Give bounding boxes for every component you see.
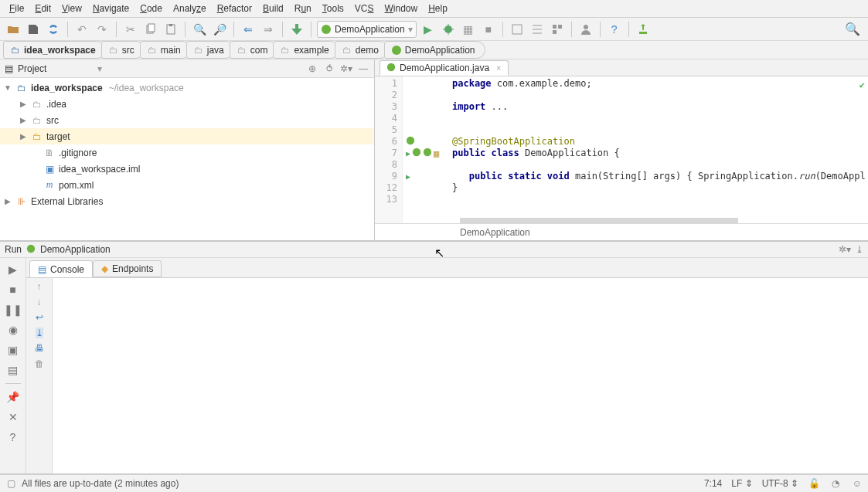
toolwindow-toggle-icon[interactable]: ▢ (5, 477, 17, 490)
layout-icon[interactable]: ▤ (5, 361, 22, 378)
menu-window[interactable]: Window (380, 2, 422, 15)
menu-vcs[interactable]: VCS (350, 2, 379, 15)
tree-external-libs[interactable]: ▶⊪External Libraries (0, 193, 374, 209)
down-icon[interactable]: ↓ (37, 297, 42, 307)
exit-icon[interactable]: ▣ (5, 341, 22, 358)
scroll-end-icon[interactable]: ⤓ (36, 327, 43, 338)
run-config-selector[interactable]: DemoApplication ▾ (317, 21, 417, 38)
run-button[interactable]: ▶ (420, 21, 437, 38)
settings-icon[interactable]: ✲▾ (839, 244, 851, 255)
save-all-icon[interactable] (25, 21, 42, 38)
line-separator[interactable]: LF ⇕ (731, 478, 752, 489)
help-icon[interactable]: ? (5, 429, 22, 446)
menu-view[interactable]: View (57, 2, 87, 15)
chevron-down-icon[interactable]: ▾ (97, 63, 102, 74)
editor-body[interactable]: ✔ 1 2 3 4 5 6 7 8 9 12 13 ▶ (375, 76, 868, 223)
readonly-icon[interactable]: 🔓 (808, 477, 820, 490)
search-everywhere-icon[interactable]: 🔍 (845, 22, 863, 36)
select-opened-icon[interactable]: ⥀ (323, 63, 335, 75)
pin-icon[interactable]: 📌 (5, 389, 22, 405)
clear-icon[interactable]: 🗑 (35, 358, 44, 369)
avatar-icon[interactable] (577, 21, 594, 38)
sync-icon[interactable] (45, 21, 62, 38)
print-icon[interactable]: 🖶 (35, 343, 44, 354)
up-icon[interactable]: ↑ (37, 281, 42, 292)
tab-console[interactable]: ▤ Console (29, 260, 93, 277)
menu-run[interactable]: Run (290, 2, 316, 15)
settings-icon[interactable]: ✲▾ (340, 63, 352, 75)
menu-help[interactable]: Help (424, 2, 452, 15)
run-line-icon[interactable]: ▶ (406, 149, 410, 158)
soft-wrap-icon[interactable]: ↩ (36, 312, 43, 323)
crumb-src[interactable]: 🗀src (101, 41, 145, 59)
crumb-java[interactable]: 🗀java (186, 41, 234, 59)
crumb-example[interactable]: 🗀example (273, 41, 339, 59)
spring-bean-icon[interactable] (423, 148, 432, 159)
stop-button[interactable]: ■ (480, 21, 497, 38)
spring-bean-icon[interactable] (406, 136, 415, 148)
hector-icon[interactable]: ☺ (851, 477, 863, 490)
undo-icon[interactable]: ↶ (73, 21, 90, 38)
tree-node-gitignore[interactable]: 🗎.gitignore (0, 144, 374, 161)
editor-breadcrumb[interactable]: DemoApplication (375, 223, 868, 240)
close-icon[interactable]: ✕ (5, 409, 22, 426)
menu-tools[interactable]: Tools (318, 2, 349, 15)
hide-icon[interactable]: ⤓ (856, 244, 863, 255)
profile-icon[interactable] (509, 21, 526, 38)
menu-build[interactable]: Build (258, 2, 288, 15)
console-output[interactable] (53, 278, 868, 473)
crumb-demo[interactable]: 🗀demo (335, 41, 389, 59)
crumb-main[interactable]: 🗀main (140, 41, 191, 59)
tree-node-target[interactable]: ▶🗀target (0, 128, 374, 144)
tree-node-idea[interactable]: ▶🗀.idea (0, 96, 374, 112)
notifications-icon[interactable]: ◔ (829, 477, 842, 490)
replace-icon[interactable]: 🔎 (211, 21, 228, 38)
tree-node-src[interactable]: ▶🗀src (0, 112, 374, 128)
project-tree[interactable]: ▼ 🗀 idea_workspace ~/idea_workspace ▶🗀.i… (0, 78, 374, 240)
stop-button[interactable]: ■ (5, 281, 22, 298)
open-icon[interactable] (5, 21, 22, 38)
structure2-icon[interactable] (549, 21, 566, 38)
menu-edit[interactable]: Edit (30, 2, 56, 15)
copy-icon[interactable] (142, 21, 159, 38)
paste-icon[interactable] (162, 21, 179, 38)
tree-node-pom[interactable]: mpom.xml (0, 177, 374, 193)
hide-icon[interactable]: — (357, 63, 369, 75)
redo-icon[interactable]: ↷ (94, 21, 111, 38)
help-icon[interactable]: ? (606, 21, 623, 38)
crumb-com[interactable]: 🗀com (230, 41, 278, 59)
run-line-icon[interactable]: ▶ (406, 172, 410, 181)
find-icon[interactable]: 🔍 (191, 21, 208, 38)
rerun-button[interactable]: ▶ (5, 261, 22, 278)
spring-bean-icon[interactable] (412, 148, 421, 159)
menu-code[interactable]: Code (135, 2, 167, 15)
dump-icon[interactable]: ◉ (5, 321, 22, 338)
bean-nav-icon[interactable]: ▦ (434, 148, 439, 159)
pause-icon[interactable]: ❚❚ (5, 301, 22, 318)
collapse-icon[interactable]: ⊕ (306, 63, 318, 75)
caret-position[interactable]: 7:14 (704, 478, 722, 489)
tree-root[interactable]: ▼ 🗀 idea_workspace ~/idea_workspace (0, 80, 374, 96)
crumb-class[interactable]: DemoApplication (384, 41, 485, 59)
code-area[interactable]: package com.example.demo; import ... @Sp… (449, 76, 868, 223)
menu-refactor[interactable]: Refactor (213, 2, 257, 15)
tree-node-iml[interactable]: ▣idea_workspace.iml (0, 161, 374, 177)
editor-tab-demoapp[interactable]: DemoApplication.java × (380, 60, 509, 76)
crumb-idea-workspace[interactable]: 🗀idea_workspace (3, 41, 106, 59)
menu-analyze[interactable]: Analyze (168, 2, 211, 15)
project-view-icon[interactable]: ▤ (5, 63, 13, 74)
forward-icon[interactable]: ⇒ (260, 21, 277, 38)
file-encoding[interactable]: UTF-8 ⇕ (762, 478, 798, 489)
tab-endpoints[interactable]: ◆ Endpoints (93, 260, 162, 277)
menu-navigate[interactable]: Navigate (88, 2, 134, 15)
debug-button[interactable] (440, 21, 457, 38)
structure-icon[interactable] (529, 21, 546, 38)
project-title: Project (18, 63, 46, 74)
build-icon[interactable] (288, 21, 305, 38)
update-icon[interactable] (635, 21, 652, 38)
cut-icon[interactable]: ✂ (122, 21, 139, 38)
menu-file[interactable]: File (5, 2, 29, 15)
back-icon[interactable]: ⇐ (240, 21, 257, 38)
close-tab-icon[interactable]: × (496, 63, 501, 73)
coverage-icon[interactable]: ▦ (460, 21, 477, 38)
